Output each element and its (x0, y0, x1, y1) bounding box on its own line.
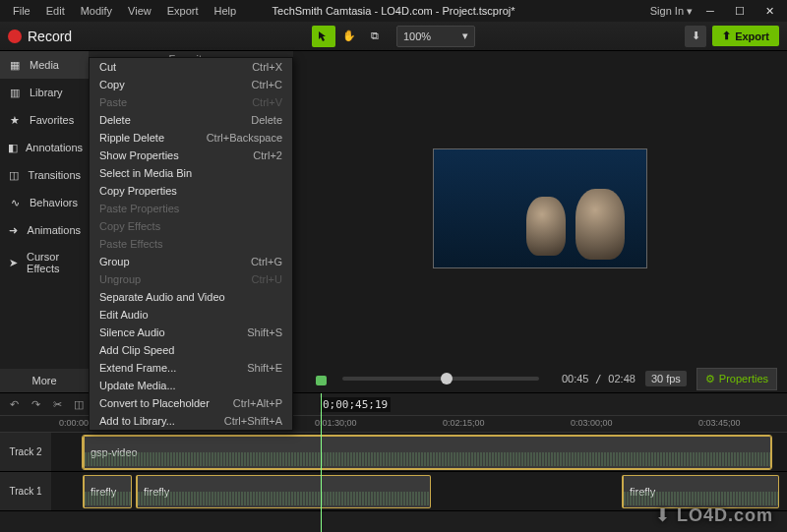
preview-content (575, 189, 625, 260)
record-icon (8, 30, 22, 43)
menu-help[interactable]: Help (208, 3, 244, 19)
context-menu: CutCtrl+XCopyCtrl+CPasteCtrl+VDeleteDele… (89, 57, 293, 431)
waveform (138, 492, 430, 505)
ctx-item-update-media-[interactable]: Update Media... (90, 377, 292, 394)
window-title: TechSmith Camtasia - LO4D.com - Project.… (272, 5, 515, 17)
clip[interactable]: firefly (83, 475, 132, 508)
ruler-tick: 0:03:00;00 (571, 418, 613, 428)
sidebar: ▦Media ▥Library ★Favorites ◧Annotations … (0, 51, 89, 392)
ctx-item-show-properties[interactable]: Show PropertiesCtrl+2 (90, 147, 292, 164)
ctx-item-paste: PasteCtrl+V (90, 93, 292, 111)
film-icon: ▦ (8, 58, 22, 72)
cut-button[interactable]: ✂ (49, 396, 65, 412)
signin-link[interactable]: Sign In ▾ (650, 5, 693, 18)
sidebar-item-library[interactable]: ▥Library (0, 79, 89, 106)
ctx-item-paste-effects: Paste Effects (90, 235, 292, 253)
main-toolbar: Record ✋ ⧉ 100%▾ ⬇ ⬆ Export (0, 22, 787, 51)
record-button[interactable]: Record (8, 29, 72, 44)
sidebar-item-cursor[interactable]: ➤Cursor Effects (0, 244, 89, 281)
time-display: 00:45 / 02:48 (562, 373, 636, 385)
waveform (85, 452, 770, 466)
playhead-time: 0;00;45;19 (320, 397, 391, 412)
fps-badge: 30 fps (645, 371, 687, 386)
bars-icon: ∿ (8, 196, 22, 209)
gear-icon: ⚙ (705, 373, 715, 385)
clip[interactable]: firefly (136, 475, 431, 508)
menu-edit[interactable]: Edit (39, 3, 72, 19)
watermark: ⬇ LO4D.com (655, 504, 773, 526)
export-button[interactable]: ⬆ Export (712, 26, 779, 46)
zoom-slider[interactable] (342, 377, 539, 381)
ruler-tick: 0:03:45;00 (698, 418, 741, 428)
maximize-button[interactable]: ☐ (728, 2, 752, 20)
ctx-item-copy-effects: Copy Effects (90, 217, 292, 235)
cursor-icon: ➤ (8, 256, 19, 269)
ctx-item-group[interactable]: GroupCtrl+G (90, 253, 292, 270)
ctx-item-paste-properties: Paste Properties (90, 200, 292, 217)
slider-thumb[interactable] (441, 373, 453, 384)
ctx-item-copy[interactable]: CopyCtrl+C (90, 76, 292, 93)
close-button[interactable]: ✕ (757, 2, 781, 20)
sidebar-item-favorites[interactable]: ★Favorites (0, 106, 89, 134)
titlebar: File Edit Modify View Export Help TechSm… (0, 0, 787, 22)
track-header[interactable]: Track 1 (0, 472, 51, 510)
minimize-button[interactable]: ─ (698, 2, 722, 20)
upload-icon: ⬆ (722, 30, 731, 42)
sidebar-item-annotations[interactable]: ◧Annotations (0, 134, 89, 161)
chevron-down-icon: ▾ (462, 30, 468, 42)
clip[interactable]: firefly (622, 475, 779, 508)
crop-tool[interactable]: ⧉ (363, 26, 387, 47)
zoom-dropdown[interactable]: 100%▾ (396, 26, 475, 47)
playhead[interactable] (321, 433, 322, 532)
ctx-item-select-in-media-bin[interactable]: Select in Media Bin (90, 164, 292, 182)
menu-export[interactable]: Export (160, 3, 206, 19)
media-pane: Favorites CutCtrl+XCopyCtrl+CPasteCtrl+V… (89, 51, 293, 392)
canvas-area: 00:45 / 02:48 30 fps ⚙Properties (293, 51, 787, 392)
menu-view[interactable]: View (121, 3, 158, 19)
ctx-item-ungroup: UngroupCtrl+U (90, 270, 292, 288)
waveform (85, 492, 131, 505)
sidebar-item-transitions[interactable]: ◫Transitions (0, 161, 89, 189)
canvas-controls: 00:45 / 02:48 30 fps ⚙Properties (293, 365, 787, 392)
menu-file[interactable]: File (6, 3, 37, 19)
ctx-item-extend-frame-[interactable]: Extend Frame...Shift+E (90, 359, 292, 377)
pan-tool[interactable]: ✋ (337, 26, 361, 47)
books-icon: ▥ (8, 86, 22, 99)
ctx-item-silence-audio[interactable]: Silence AudioShift+S (90, 324, 292, 341)
ctx-item-cut[interactable]: CutCtrl+X (90, 58, 292, 76)
select-tool[interactable] (312, 26, 335, 47)
redo-button[interactable]: ↷ (28, 396, 43, 412)
ctx-item-add-to-library-[interactable]: Add to Library...Ctrl+Shift+A (90, 412, 292, 430)
arrow-icon: ➜ (8, 223, 20, 237)
sidebar-item-animations[interactable]: ➜Animations (0, 216, 89, 244)
track-header[interactable]: Track 2 (0, 433, 51, 471)
video-preview[interactable] (433, 148, 647, 268)
ctx-item-separate-audio-and-video[interactable]: Separate Audio and Video (90, 288, 292, 306)
track-body[interactable]: gsp-video (51, 433, 787, 471)
preview-content (526, 197, 566, 256)
split-button[interactable]: ◫ (71, 396, 87, 412)
clip[interactable]: gsp-video (83, 436, 771, 469)
more-button[interactable]: More (0, 369, 89, 392)
waveform (624, 492, 778, 505)
swap-icon: ◫ (8, 168, 21, 182)
properties-button[interactable]: ⚙Properties (696, 368, 777, 390)
ctx-item-ripple-delete[interactable]: Ripple DeleteCtrl+Backspace (90, 129, 292, 147)
track: Track 2gsp-video (0, 433, 787, 472)
ctx-item-copy-properties[interactable]: Copy Properties (90, 182, 292, 200)
menu-modify[interactable]: Modify (74, 3, 119, 19)
sidebar-item-media[interactable]: ▦Media (0, 51, 89, 79)
ctx-item-convert-to-placeholder[interactable]: Convert to PlaceholderCtrl+Alt+P (90, 394, 292, 412)
ctx-item-delete[interactable]: DeleteDelete (90, 111, 292, 129)
ctx-item-edit-audio[interactable]: Edit Audio (90, 306, 292, 324)
main-menu: File Edit Modify View Export Help (6, 3, 243, 19)
chevron-down-icon: ▾ (687, 5, 693, 18)
download-button[interactable]: ⬇ (685, 26, 706, 47)
ruler-tick: 0:02:15;00 (443, 418, 485, 428)
sidebar-item-behaviors[interactable]: ∿Behaviors (0, 189, 89, 216)
undo-button[interactable]: ↶ (6, 396, 22, 412)
callout-icon: ◧ (8, 141, 18, 154)
ctx-item-add-clip-speed[interactable]: Add Clip Speed (90, 341, 292, 359)
star-icon: ★ (8, 113, 22, 127)
